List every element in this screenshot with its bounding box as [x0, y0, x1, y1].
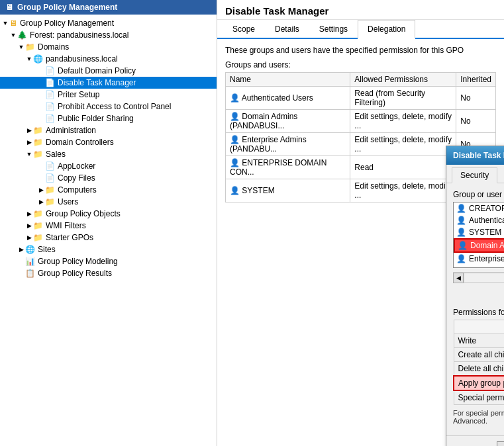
group-label-creator: CREATOR OWNER — [469, 204, 504, 213]
table-row[interactable]: 👤 Authenticated Users Read (from Securit… — [226, 87, 496, 110]
tree-item-admin[interactable]: ▶ 📁 Administration — [0, 124, 217, 136]
tree-item-wmi[interactable]: ▶ 📁 WMI Filters — [0, 220, 217, 232]
col-permissions: Allowed Permissions — [350, 73, 456, 87]
expand-publicfolder[interactable] — [37, 115, 45, 122]
tree-item-disabletask[interactable]: 📄 Disable Task Manager — [0, 77, 217, 89]
expand-prohibit[interactable] — [37, 103, 45, 110]
tab-delegation[interactable]: Delegation — [358, 20, 415, 39]
tree-item-starter[interactable]: ▶ 📁 Starter GPOs — [0, 232, 217, 244]
applocker-icon: 📄 — [45, 161, 55, 171]
group-system[interactable]: 👤 SYSTEM — [454, 226, 504, 238]
tree-label-users: Users — [58, 197, 78, 206]
expand-results[interactable] — [17, 270, 25, 277]
tree-item-dc[interactable]: ▶ 📁 Domain Controllers — [0, 136, 217, 148]
tree-item-forest[interactable]: ▼ 🌲 Forest: pandabusiness.local — [0, 29, 217, 41]
tree-item-modeling[interactable]: 📊 Group Policy Modeling — [0, 255, 217, 267]
expand-copyfiles[interactable] — [37, 175, 45, 181]
tab-settings[interactable]: Settings — [309, 20, 358, 38]
tree-item-defaultdomain[interactable]: 📄 Default Domain Policy — [0, 65, 217, 77]
perm-row-delete: Delete all child objects — [454, 362, 504, 377]
expand-sales[interactable]: ▼ — [25, 151, 33, 157]
wmi-icon: 📁 — [33, 221, 43, 230]
expand-priter[interactable] — [37, 91, 45, 98]
group-list-scrollbar-h[interactable]: ◀ ▶ — [453, 272, 504, 283]
expand-domain[interactable]: ▼ — [25, 56, 33, 62]
row-name: 👤 Enterprise Admins (PANDABU... — [226, 133, 350, 156]
tree-label-domains: Domains — [38, 42, 69, 52]
starter-icon: 📁 — [33, 233, 43, 242]
expand-gpo[interactable]: ▶ — [25, 210, 33, 217]
group-enterprise-admins[interactable]: 👤 Enterprise Admins (PANDABUSINESS\Enter… — [454, 253, 504, 265]
tree-label-dc: Domain Controllers — [46, 138, 114, 147]
row-name: 👤 Domain Admins (PANDABUSI... — [226, 110, 350, 133]
tab-details[interactable]: Details — [265, 20, 309, 38]
group-creator-owner[interactable]: 👤 CREATOR OWNER — [454, 202, 504, 214]
dialog-footer: OK Cancel Apply — [446, 435, 504, 446]
tree-item-domain[interactable]: ▼ 🌐 pandabusiness.local — [0, 53, 217, 65]
group-icon-da: 👤 — [458, 241, 468, 250]
dc-icon: 📁 — [33, 138, 43, 147]
admin-icon: 📁 — [33, 126, 43, 135]
tab-scope[interactable]: Scope — [223, 20, 265, 38]
dialog-tab-bar: Security — [446, 165, 504, 183]
row-permissions: Edit settings, delete, modify ... — [350, 179, 456, 202]
permissions-table: Allow Deny Write Create all child object… — [453, 320, 504, 405]
tree-item-copyfiles[interactable]: 📄 Copy Files — [0, 172, 217, 184]
group-label-auth: Authenticated Users — [469, 216, 504, 225]
expand-root[interactable]: ▼ — [1, 20, 9, 26]
root-icon: 🖥 — [9, 19, 17, 28]
security-tab[interactable]: Security — [452, 167, 497, 183]
tree-item-sites[interactable]: ▶ 🌐 Sites — [0, 244, 217, 255]
perm-name-special: Special permissions — [454, 390, 504, 405]
group-list-box[interactable]: 👤 CREATOR OWNER 👤 Authenticated Users 👤 … — [453, 202, 504, 268]
tree-item-gpo[interactable]: ▶ 📁 Group Policy Objects — [0, 208, 217, 220]
expand-domains[interactable]: ▼ — [17, 44, 25, 50]
tree-item-domains[interactable]: ▼ 📁 Domains — [0, 41, 217, 53]
perm-row-special: Special permissions — [454, 390, 504, 405]
expand-forest[interactable]: ▼ — [9, 32, 17, 38]
tree-item-prohibit[interactable]: 📄 Prohibit Access to Control Panel — [0, 101, 217, 112]
expand-wmi[interactable]: ▶ — [25, 222, 33, 229]
tree-item-applocker[interactable]: 📄 AppLocker — [0, 160, 217, 172]
row-inherited: No — [456, 110, 496, 133]
expand-computers[interactable]: ▶ — [37, 187, 45, 193]
defaultdomain-icon: 📄 — [45, 66, 55, 75]
group-icon-creator: 👤 — [456, 204, 466, 213]
expand-admin[interactable]: ▶ — [25, 127, 33, 134]
left-panel: 🖥 Group Policy Management ▼ 🖥 Group Poli… — [0, 0, 217, 446]
scroll-left-arrow[interactable]: ◀ — [453, 273, 464, 283]
expand-applocker[interactable] — [37, 163, 45, 169]
tree-item-sales[interactable]: ▼ 📁 Sales — [0, 148, 217, 160]
perm-row-create: Create all child objects — [454, 348, 504, 362]
tree-item-results[interactable]: 📋 Group Policy Results — [0, 267, 217, 279]
ok-button[interactable]: OK — [497, 441, 504, 446]
tree-item-users[interactable]: ▶ 📁 Users — [0, 196, 217, 208]
expand-dc[interactable]: ▶ — [25, 139, 33, 146]
tree-label-defaultdomain: Default Domain Policy — [58, 66, 136, 75]
row-permissions: Edit settings, delete, modify ... — [350, 110, 456, 133]
table-row[interactable]: 👤 Domain Admins (PANDABUSI... Edit setti… — [226, 110, 496, 133]
tree-item-computers[interactable]: ▶ 📁 Computers — [0, 184, 217, 196]
user-icon: 👤 — [230, 158, 240, 167]
expand-sites[interactable]: ▶ — [17, 246, 25, 253]
expand-defaultdomain[interactable] — [37, 67, 45, 74]
tree-item-publicfolder[interactable]: 📄 Public Folder Sharing — [0, 112, 217, 124]
group-label-da: Domain Admins (PANDABUSINESS\Domain Admi… — [470, 241, 504, 250]
expand-modeling[interactable] — [17, 258, 25, 265]
expand-disabletask[interactable] — [37, 79, 45, 86]
row-inherited: No — [456, 87, 496, 110]
expand-starter[interactable]: ▶ — [25, 234, 33, 241]
tree-item-root[interactable]: ▼ 🖥 Group Policy Management — [0, 17, 217, 29]
row-permissions: Edit settings, delete, modify ... — [350, 133, 456, 156]
modeling-icon: 📊 — [25, 257, 35, 266]
sales-icon: 📁 — [33, 150, 43, 159]
tree-item-priter[interactable]: 📄 Priter Setup — [0, 89, 217, 101]
domains-icon: 📁 — [25, 42, 35, 52]
expand-users[interactable]: ▶ — [37, 199, 45, 205]
group-domain-admins[interactable]: 👤 Domain Admins (PANDABUSINESS\Domain Ad… — [454, 238, 504, 253]
scroll-track-h[interactable] — [464, 273, 504, 283]
tree-label-domain: pandabusiness.local — [46, 54, 118, 64]
group-auth-users[interactable]: 👤 Authenticated Users — [454, 214, 504, 226]
right-panel: Disable Task Manager Scope Details Setti… — [217, 0, 504, 446]
gpo-icon: 📁 — [33, 209, 43, 218]
